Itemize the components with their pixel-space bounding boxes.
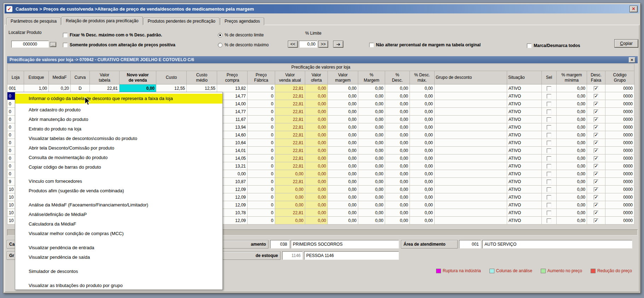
desc_faixa-checkbox[interactable] [594, 211, 598, 215]
menu-item[interactable]: Produtos afim (sugestão de venda combina… [15, 186, 222, 195]
menu-item[interactable]: Visualizar pendência de saída [15, 252, 222, 262]
apply-limit-button[interactable]: ➔ [333, 41, 343, 48]
desc_faixa-checkbox[interactable] [594, 172, 598, 176]
sel-checkbox[interactable] [547, 125, 551, 130]
somente-positiva-checkbox[interactable] [63, 43, 68, 47]
sel-checkbox[interactable] [547, 187, 551, 192]
column-header[interactable]: Preço compra [217, 71, 248, 84]
desc_faixa-checkbox[interactable] [594, 125, 598, 130]
column-header[interactable]: Desc. Faixa [587, 71, 605, 84]
sel-checkbox[interactable] [547, 141, 551, 145]
menu-item[interactable]: Abrir manutenção do produto [15, 115, 222, 124]
menu-item[interactable]: Consulta de movimentação do produto [15, 153, 222, 162]
column-header[interactable]: % margem mínima [557, 71, 587, 84]
menu-item[interactable]: Visualizar as tributações do produto por… [15, 281, 222, 290]
column-header[interactable]: Custo [156, 71, 187, 84]
column-header[interactable]: % Margem [358, 71, 385, 84]
desc_faixa-checkbox[interactable] [594, 195, 598, 200]
column-header[interactable]: Valor venda atual [275, 71, 305, 84]
sel-checkbox[interactable] [547, 203, 551, 208]
desc_faixa-checkbox[interactable] [594, 203, 598, 208]
sel-checkbox[interactable] [547, 94, 551, 99]
menu-item[interactable]: Copiar código de barras do produto [15, 162, 222, 172]
grupo-estoque-name-field[interactable]: PESSOA 1146 [304, 251, 399, 260]
sel-checkbox[interactable] [547, 172, 551, 176]
menu-item[interactable]: Visualizar pendência de entrada [15, 243, 222, 252]
column-header[interactable]: Estoque [24, 71, 49, 84]
sel-checkbox[interactable] [547, 133, 551, 138]
departamento-code-field[interactable]: 038 [270, 240, 289, 249]
column-header[interactable]: Código Grupo [605, 71, 634, 84]
desc_faixa-checkbox[interactable] [594, 148, 598, 153]
desc_faixa-checkbox[interactable] [594, 86, 598, 91]
column-header[interactable]: Valor margem [328, 71, 358, 84]
desc_faixa-checkbox[interactable] [594, 110, 598, 114]
limite-prev-button[interactable]: << [288, 41, 298, 48]
column-header[interactable]: MediaF [49, 71, 71, 84]
desc_faixa-checkbox[interactable] [594, 180, 598, 184]
menu-item[interactable]: Simulador de descontos [15, 267, 222, 276]
menu-item[interactable]: Informar o código da tabela de desconto … [15, 94, 222, 104]
sel-checkbox[interactable] [547, 180, 551, 184]
desconto-limite-radio[interactable] [218, 33, 222, 37]
menu-item[interactable]: Abrir cadastro do produto [15, 105, 222, 115]
column-header[interactable]: Novo valor de venda [120, 71, 156, 84]
menu-item[interactable]: Visualizar melhor condição de compras (M… [15, 229, 222, 238]
sel-checkbox[interactable] [547, 86, 551, 91]
desc_faixa-checkbox[interactable] [594, 164, 598, 169]
table-row[interactable]: 0011,000,20D22,810,0012,5512,5513,82022,… [7, 84, 634, 92]
sel-checkbox[interactable] [547, 148, 551, 153]
desc_faixa-checkbox[interactable] [594, 141, 598, 145]
column-header[interactable]: Sel [542, 71, 557, 84]
sel-checkbox[interactable] [547, 218, 551, 223]
desconto-maximo-radio[interactable] [218, 43, 222, 47]
tab-pre-os-agendados[interactable]: Preços agendados [220, 18, 264, 25]
column-header[interactable]: Situação [507, 71, 542, 84]
sel-checkbox[interactable] [547, 195, 551, 200]
column-header[interactable]: Custo médio [187, 71, 217, 84]
fixar-desc-checkbox[interactable] [63, 33, 68, 37]
area-atendimento-name-field[interactable]: AUTO SERVIÇO [482, 240, 632, 249]
tab-rela-o-de-produtos-para-precifica-o[interactable]: Relação de produtos para precificação [62, 17, 143, 25]
nao-alterar-checkbox[interactable] [369, 43, 374, 47]
column-header[interactable]: % Desc. máx. [410, 71, 435, 84]
desc_faixa-checkbox[interactable] [594, 117, 598, 122]
menu-item[interactable]: Visualizar tabelas de descontos\comissão… [15, 134, 222, 143]
browse-button[interactable]: ... [50, 42, 56, 47]
menu-item[interactable]: Análise/definição de MédiaP [15, 210, 222, 219]
desc_faixa-checkbox[interactable] [594, 187, 598, 192]
menu-item[interactable]: Abrir tela Desconto/Comissão por produto [15, 143, 222, 153]
sel-checkbox[interactable] [547, 102, 551, 106]
column-header[interactable]: Valor tabela [90, 71, 120, 84]
column-header[interactable]: Curva [71, 71, 90, 84]
menu-item[interactable]: Vínculo com fornecedores [15, 176, 222, 186]
sel-checkbox[interactable] [547, 164, 551, 169]
desc_faixa-checkbox[interactable] [594, 94, 598, 99]
sel-checkbox[interactable] [547, 110, 551, 114]
menu-item[interactable]: Análise da MédiaF (Faceamento/Financiame… [15, 200, 222, 210]
copiar-button[interactable]: Copiar [614, 39, 638, 48]
column-header[interactable]: Valor oferta [305, 71, 328, 84]
sel-checkbox[interactable] [547, 211, 551, 215]
marca-desmarca-checkbox[interactable] [527, 43, 532, 48]
desc_faixa-checkbox[interactable] [594, 102, 598, 106]
tab-produtos-pendentes-de-precifica-o[interactable]: Produtos pendentes de precificação [144, 18, 220, 25]
grupo-estoque-code-field[interactable]: 1146 [282, 251, 303, 260]
menu-item[interactable]: Calculadora da MédiaF [15, 219, 222, 229]
column-header[interactable]: % Desc. [385, 71, 410, 84]
localizar-produto-input[interactable]: 000000 [11, 41, 49, 48]
column-header[interactable]: Preço Fábrica [248, 71, 275, 84]
limite-input[interactable]: 0,00 [299, 41, 317, 48]
window-close-button[interactable]: ✕ [630, 6, 638, 12]
sel-checkbox[interactable] [547, 117, 551, 122]
limite-next-button[interactable]: >> [318, 41, 328, 48]
departamento-name-field[interactable]: PRIMEIROS SOCORROS [291, 240, 399, 249]
section-close-button[interactable]: ✕ [629, 57, 635, 63]
desc_faixa-checkbox[interactable] [594, 133, 598, 138]
column-header[interactable]: Grupo de desconto [435, 71, 507, 84]
sel-checkbox[interactable] [547, 156, 551, 161]
menu-item[interactable]: Extrato do produto na loja [15, 124, 222, 134]
desc_faixa-checkbox[interactable] [594, 156, 598, 161]
desc_faixa-checkbox[interactable] [594, 218, 598, 223]
tab-par-metros-de-pesquisa[interactable]: Parâmetros de pesquisa [6, 18, 61, 25]
